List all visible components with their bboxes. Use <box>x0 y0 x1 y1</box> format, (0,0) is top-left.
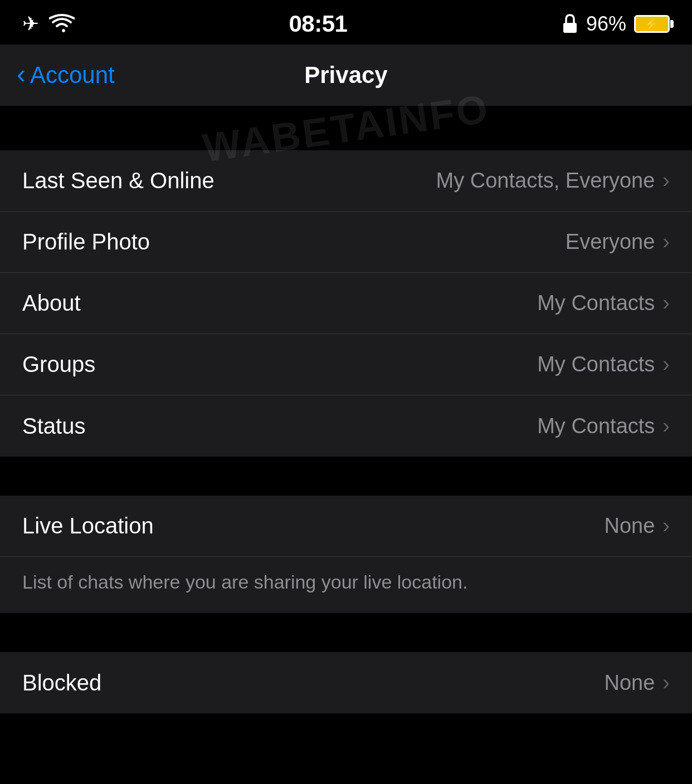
profile-photo-label: Profile Photo <box>22 229 150 254</box>
bolt-icon: ⚡ <box>645 17 659 31</box>
battery-icon: ⚡ <box>634 15 670 33</box>
section-gap-2 <box>0 613 692 652</box>
status-bar: ✈ 08:51 96% ⚡ <box>0 0 692 45</box>
battery-percent: 96% <box>586 12 626 36</box>
back-button[interactable]: ‹ Account <box>17 62 115 89</box>
groups-value: My Contacts <box>537 352 655 376</box>
about-right: My Contacts › <box>537 291 670 315</box>
status-left: ✈ <box>22 12 75 36</box>
status-right: My Contacts › <box>537 414 670 438</box>
status-time: 08:51 <box>289 11 348 37</box>
about-chevron-icon: › <box>662 291 670 315</box>
profile-photo-chevron-icon: › <box>662 230 670 254</box>
status-value: My Contacts <box>537 414 655 438</box>
profile-photo-value: Everyone <box>566 230 655 254</box>
last-seen-right: My Contacts, Everyone › <box>436 169 670 193</box>
last-seen-label: Last Seen & Online <box>22 168 215 193</box>
groups-item[interactable]: Groups My Contacts › <box>0 334 692 395</box>
live-location-chevron-icon: › <box>662 514 670 538</box>
blocked-label: Blocked <box>22 670 101 695</box>
privacy-section-3: Blocked None › <box>0 652 692 713</box>
svg-rect-0 <box>563 23 577 33</box>
nav-bar: ‹ Account Privacy <box>0 45 692 106</box>
privacy-section-2: Live Location None › List of chats where… <box>0 496 692 613</box>
profile-photo-item[interactable]: Profile Photo Everyone › <box>0 212 692 273</box>
back-chevron-icon: ‹ <box>17 61 26 87</box>
live-location-label: Live Location <box>22 513 154 538</box>
section-gap-1 <box>0 457 692 496</box>
about-value: My Contacts <box>537 291 655 315</box>
live-location-right: None › <box>605 514 670 538</box>
back-label: Account <box>30 62 115 89</box>
groups-right: My Contacts › <box>537 352 670 376</box>
blocked-chevron-icon: › <box>662 671 670 695</box>
status-right: 96% ⚡ <box>562 12 670 36</box>
airplane-icon: ✈ <box>22 12 39 36</box>
live-location-item[interactable]: Live Location None › <box>0 496 692 557</box>
page-title: Privacy <box>304 62 387 89</box>
live-location-footer: List of chats where you are sharing your… <box>0 557 692 613</box>
groups-chevron-icon: › <box>662 352 670 376</box>
groups-label: Groups <box>22 352 95 377</box>
privacy-section-1: Last Seen & Online My Contacts, Everyone… <box>0 150 692 457</box>
last-seen-value: My Contacts, Everyone <box>436 169 655 193</box>
last-seen-chevron-icon: › <box>662 169 670 193</box>
live-location-value: None <box>605 514 655 538</box>
about-item[interactable]: About My Contacts › <box>0 273 692 334</box>
live-location-footer-text: List of chats where you are sharing your… <box>22 571 467 592</box>
profile-photo-right: Everyone › <box>566 230 670 254</box>
wifi-icon <box>49 14 75 34</box>
blocked-item[interactable]: Blocked None › <box>0 652 692 713</box>
blocked-right: None › <box>605 671 670 695</box>
about-label: About <box>22 291 81 316</box>
status-chevron-icon: › <box>662 414 670 438</box>
status-item[interactable]: Status My Contacts › <box>0 395 692 457</box>
blocked-value: None <box>605 671 655 695</box>
last-seen-item[interactable]: Last Seen & Online My Contacts, Everyone… <box>0 150 692 212</box>
watermark-area: WABETAINFO <box>0 106 692 150</box>
status-label: Status <box>22 414 85 439</box>
lock-icon <box>562 14 578 34</box>
